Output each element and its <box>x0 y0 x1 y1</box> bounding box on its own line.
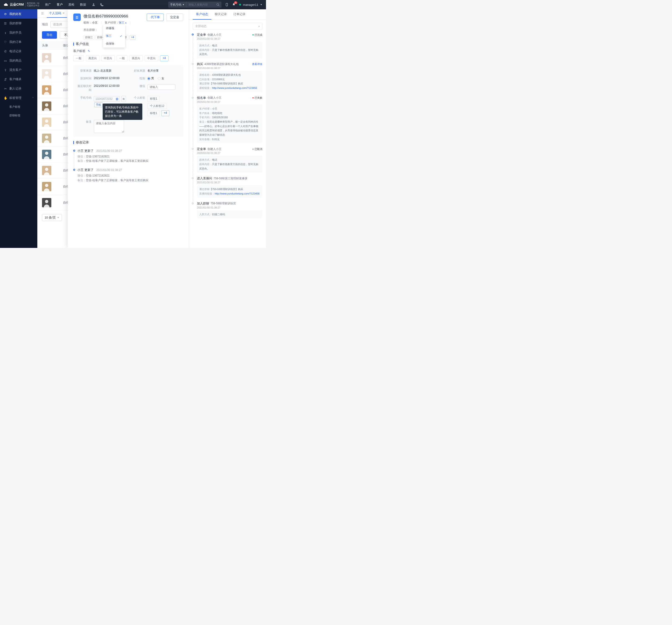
radio-male[interactable] <box>147 77 150 80</box>
ptag-more[interactable]: +4 <box>161 110 170 116</box>
group-more[interactable]: +4 <box>129 35 136 40</box>
topnav-推广[interactable]: 推广 <box>45 3 51 7</box>
tab-menu-icon[interactable]: ☰ <box>40 12 45 15</box>
mobile-icon[interactable] <box>225 3 229 6</box>
logo[interactable]: 云朵CRM 教育机构一站 式服务云平台 <box>4 2 40 7</box>
check-icon: ✓ <box>120 34 122 38</box>
timeline-item: 定金单创建人小王已完成 2020/01/30 01:38:27 跟单方式：电话跟… <box>193 33 262 62</box>
sidebar-icon: ⇪ <box>4 68 7 72</box>
copy-phone-icon[interactable]: ⧉ <box>121 96 126 102</box>
user-icon[interactable] <box>92 3 95 6</box>
personal-tag[interactable]: 标签1 <box>147 110 160 116</box>
detail-panel: 微信名称6789990000966 昵称：小王 | 客户经理：张三 ▲ | 所在… <box>68 9 266 248</box>
sidebar-item[interactable]: ⇵客户继承 <box>0 75 37 84</box>
sidebar-icon: ✋ <box>4 96 7 100</box>
svg-point-25 <box>76 16 78 18</box>
manager-select[interactable]: 张三 ▲ <box>119 21 127 25</box>
avatar <box>42 85 51 95</box>
avatar <box>42 69 51 79</box>
link[interactable]: http://www.yunduoketang.com/?123456 <box>215 192 260 195</box>
friend-source: 名片分享 <box>147 69 179 73</box>
svg-point-19 <box>45 168 48 171</box>
svg-line-2 <box>218 5 219 6</box>
sidebar-item[interactable]: ☰我的群聊 <box>0 19 37 28</box>
personal-tag[interactable]: 标签1 <box>147 96 160 102</box>
link[interactable]: http://www.yunduoketang.com/?123456 <box>212 86 257 89</box>
deposit-button[interactable]: 交定金 <box>166 14 183 21</box>
timeline-item: 购买4399理财课进阶课程大礼包查看详情 2021/01/30 01:38:27… <box>193 62 262 96</box>
sidebar-item[interactable]: ✆电话记录 <box>0 47 37 56</box>
customer-tag[interactable]: 高意向 <box>86 55 99 61</box>
global-search: 手机号码▼ <box>168 2 221 8</box>
customer-title: 微信名称6789990000966 <box>83 14 144 19</box>
contacts-icon[interactable]: ▥ <box>116 97 118 101</box>
timeline-dot <box>73 169 75 171</box>
dropdown-option[interactable]: 俱保咏 <box>103 40 125 48</box>
search-icon[interactable] <box>214 3 221 6</box>
personal-tags: 标签1个人标签12标签1+4 <box>147 96 179 116</box>
timeline-dot <box>73 150 75 152</box>
timeline-dot <box>192 202 194 204</box>
close-icon[interactable]: ✕ <box>63 12 65 15</box>
export-button[interactable]: 导出 <box>42 31 57 39</box>
customer-tag[interactable]: 一般 <box>117 55 127 61</box>
logo-subtext: 教育机构一站 式服务云平台 <box>25 2 40 7</box>
sidebar-sub-item[interactable]: 群聊标签 <box>0 111 37 120</box>
edit-tags-icon[interactable]: ✎ <box>88 49 90 53</box>
svg-point-15 <box>45 135 48 139</box>
svg-point-13 <box>45 119 48 123</box>
dropdown-option[interactable]: 师馨薇 <box>103 24 125 32</box>
timeline-item: 加入群聊759-59班理财训练营 2021/01/30 01:38:27 入群方… <box>193 201 262 222</box>
avatar <box>42 134 51 143</box>
page-size-select[interactable]: 10 条/页▼ <box>42 214 62 221</box>
dropdown-option[interactable]: 张三✓ <box>103 32 125 40</box>
chevron-up-icon: ▲ <box>125 22 127 24</box>
phone-input[interactable]: 13241672152 ▥ <box>94 96 120 102</box>
svg-rect-3 <box>226 3 228 6</box>
tab[interactable]: 个人活码✕ <box>47 9 67 18</box>
timeline-dot <box>192 63 194 65</box>
sidebar-item[interactable]: ✂删人记录 <box>0 84 37 93</box>
timeline-dot <box>192 97 194 99</box>
log-item: 小王 更新了2021/01/30 01:38:27微信：空值-136721828… <box>73 167 183 185</box>
topnav-数据[interactable]: 数据 <box>80 3 86 7</box>
right-tab[interactable]: 聊天记录 <box>211 9 230 20</box>
sidebar-item[interactable]: ⟳我的好友 <box>0 9 37 19</box>
topnav-质检[interactable]: 质检 <box>68 3 74 7</box>
tag-more[interactable]: +4 <box>160 55 168 61</box>
customer-tags-label: 客户标签 <box>73 49 86 53</box>
user-menu[interactable]: manager11 ▼ <box>239 3 262 6</box>
sidebar-item[interactable]: ⫾我的学员 <box>0 28 37 37</box>
sidebar-item[interactable]: ✋标签管理˄ <box>0 93 37 103</box>
customer-tag[interactable]: 一般 <box>73 55 84 61</box>
timeline-dot <box>192 33 194 35</box>
gender-radio-group[interactable]: 男 女 <box>147 76 164 80</box>
view-detail-link[interactable]: 查看详情 <box>252 62 262 66</box>
sidebar-item[interactable]: ▭我的商品 <box>0 56 37 65</box>
activity-filter[interactable]: 全部动态▾ <box>193 23 262 30</box>
svg-point-0 <box>93 3 94 5</box>
bell-icon[interactable]: 5 <box>232 3 235 6</box>
radio-female[interactable] <box>158 77 161 80</box>
topnav-客户[interactable]: 客户 <box>57 3 63 7</box>
sidebar-icon: ✂ <box>4 87 7 91</box>
create-order-button[interactable]: 代下单 <box>147 14 164 21</box>
group-tag[interactable]: 群聊三 <box>83 35 95 40</box>
sidebar-item[interactable]: ⇪流失客户 <box>0 65 37 75</box>
search-type-select[interactable]: 手机号码▼ <box>168 2 187 8</box>
remark-textarea[interactable] <box>94 120 124 133</box>
right-tab[interactable]: 订单记录 <box>230 9 249 20</box>
sidebar-icon: ⟳ <box>4 12 7 16</box>
right-tab[interactable]: 客户动态 <box>193 9 211 20</box>
wechat-input[interactable] <box>147 84 175 90</box>
customer-tag[interactable]: 中意向 <box>101 55 115 61</box>
sidebar-item[interactable]: ♡我的订单 <box>0 37 37 47</box>
svg-point-17 <box>45 152 48 155</box>
customer-tag[interactable]: 中意向 <box>145 55 158 61</box>
search-input[interactable] <box>187 2 214 8</box>
avatar <box>42 198 51 207</box>
phone-icon[interactable] <box>100 3 104 6</box>
customer-tag[interactable]: 高意向 <box>129 55 143 61</box>
sidebar-sub-item[interactable]: 客户标签 <box>0 103 37 111</box>
personal-tag[interactable]: 个人标签12 <box>147 103 167 109</box>
